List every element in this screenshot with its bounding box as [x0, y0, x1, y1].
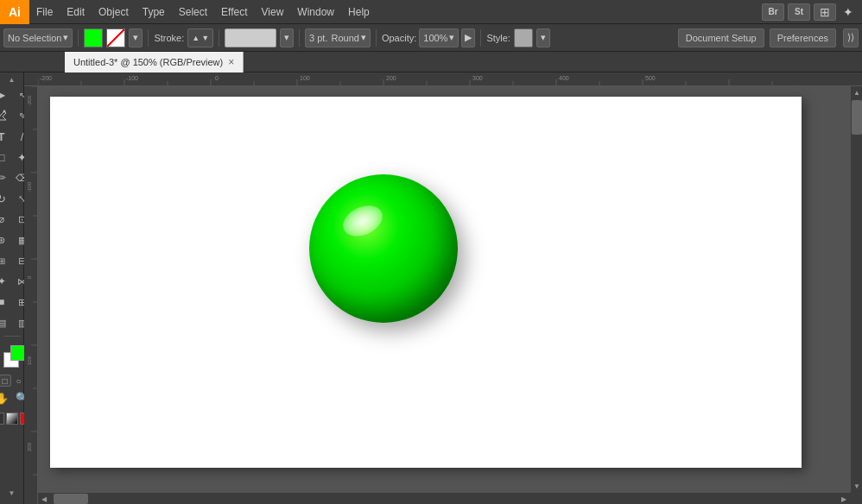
svg-text:200: 200 — [386, 75, 396, 81]
preferences-button[interactable]: Preferences — [770, 28, 836, 47]
scroll-up-btn[interactable]: ▲ — [851, 86, 862, 98]
menu-file[interactable]: File — [29, 3, 60, 22]
green-circle — [309, 174, 458, 323]
svg-text:200: 200 — [27, 442, 32, 451]
style-swatch[interactable] — [514, 28, 533, 47]
svg-text:500: 500 — [645, 75, 656, 81]
divider-2 — [148, 29, 149, 47]
svg-point-0 — [3, 110, 5, 113]
stroke-size-btn[interactable]: 3 pt. Round ▾ — [305, 28, 371, 47]
scrollbar-thumb-h[interactable] — [54, 494, 88, 504]
divider-6 — [480, 29, 481, 47]
bridge-icon[interactable]: Br — [762, 3, 784, 21]
star-icon[interactable]: ✦ — [840, 5, 857, 19]
scrollbar-vertical[interactable]: ▲ ▼ — [850, 86, 862, 492]
stroke-width-control[interactable]: ▲ ▼ — [187, 28, 213, 47]
svg-text:300: 300 — [472, 75, 483, 81]
artboard — [50, 97, 802, 468]
tab-title: Untitled-3* @ 150% (RGB/Preview) — [73, 57, 223, 67]
tab-bar: Untitled-3* @ 150% (RGB/Preview) × — [0, 52, 862, 72]
warp-tool[interactable]: ⌀ — [0, 210, 11, 229]
canvas-area[interactable]: -200 -100 0 100 200 300 400 500 — [24, 72, 862, 504]
divider-4 — [299, 29, 300, 47]
selection-tool[interactable]: ▶ — [0, 85, 11, 104]
chart-tool[interactable]: ▤ — [0, 313, 11, 332]
style-label: Style: — [486, 33, 510, 43]
grid-icon[interactable]: ⊞ — [814, 3, 836, 21]
stock-icon[interactable]: St — [788, 3, 810, 21]
divider-3 — [219, 29, 219, 47]
stroke-color-swatch[interactable] — [106, 28, 125, 47]
artboard-tool[interactable]: ⊞ — [0, 251, 11, 270]
menu-help[interactable]: Help — [341, 3, 377, 22]
svg-text:-200: -200 — [27, 95, 32, 106]
scroll-right-btn[interactable]: ▶ — [838, 493, 850, 504]
menu-app-icons: Br St ⊞ ✦ — [757, 3, 862, 21]
rotate-tool[interactable]: ↻ — [0, 189, 11, 208]
pencil-tool[interactable]: ✏ — [0, 168, 11, 187]
divider-5 — [376, 29, 377, 47]
toolbar-scroll-down[interactable]: ▼ — [9, 489, 16, 501]
opacity-more-btn[interactable]: ▶ — [461, 28, 475, 47]
scrollbar-thumb-v[interactable] — [852, 100, 862, 135]
gradient-swatch[interactable] — [6, 413, 18, 425]
style-arrow[interactable]: ▾ — [536, 28, 550, 47]
selection-chevron: ▾ — [63, 32, 68, 43]
stroke-size-value: 3 pt. — [309, 33, 327, 43]
symbol-tool[interactable]: ⊛ — [0, 230, 11, 249]
opacity-value: 100% — [423, 33, 447, 43]
menu-window[interactable]: Window — [290, 3, 341, 22]
menu-type[interactable]: Type — [136, 3, 172, 22]
opacity-control: Opacity: 100% ▾ ▶ — [382, 28, 476, 47]
normal-mode-btn[interactable]: □ — [0, 375, 11, 387]
svg-text:-100: -100 — [126, 75, 138, 81]
left-toolbar: ▲ ▶ ↖ ✎ T / □ ✦ ✏ ⌫ ↻ ⤡ ⌀ ⊡ — [0, 72, 24, 504]
fill-stroke-arrow[interactable]: ▾ — [129, 28, 143, 47]
document-setup-button[interactable]: Document Setup — [678, 28, 764, 47]
gradient-tool[interactable]: ■ — [0, 293, 11, 312]
stroke-preview-arrow[interactable]: ▾ — [280, 28, 294, 47]
ruler-top: -200 -100 0 100 200 300 400 500 — [24, 72, 862, 86]
scrollbar-horizontal[interactable]: ◀ ▶ — [38, 492, 850, 504]
tab-close-button[interactable]: × — [228, 57, 234, 67]
stroke-down-arrow[interactable]: ▼ — [201, 34, 209, 42]
menu-edit[interactable]: Edit — [60, 3, 92, 22]
svg-text:-200: -200 — [40, 75, 52, 81]
divider-1 — [78, 29, 79, 47]
rectangle-tool[interactable]: □ — [0, 148, 11, 167]
ball-highlight — [338, 199, 387, 242]
stroke-up-arrow[interactable]: ▲ — [192, 34, 200, 42]
pen-tool[interactable] — [0, 106, 11, 125]
fill-color-swatch[interactable] — [84, 28, 103, 47]
stroke-label: Stroke: — [154, 33, 184, 43]
ruler-left: -200 -100 0 100 200 — [24, 86, 38, 504]
main-area: ▲ ▶ ↖ ✎ T / □ ✦ ✏ ⌫ ↻ ⤡ ⌀ ⊡ — [0, 72, 862, 504]
extra-options-btn[interactable]: ⟩⟩ — [843, 28, 859, 47]
svg-text:0: 0 — [27, 275, 32, 279]
svg-text:100: 100 — [300, 75, 310, 81]
document-tab[interactable]: Untitled-3* @ 150% (RGB/Preview) × — [65, 52, 244, 72]
svg-text:100: 100 — [27, 356, 32, 365]
selection-indicator[interactable]: No Selection ▾ — [3, 28, 73, 47]
screen-mode-btn[interactable]: ○ — [13, 375, 25, 387]
toolbar-scroll-up[interactable]: ▲ — [9, 76, 16, 84]
menu-select[interactable]: Select — [172, 3, 214, 22]
no-color-swatch[interactable] — [0, 413, 4, 425]
opacity-value-btn[interactable]: 100% ▾ — [419, 28, 459, 47]
opacity-label: Opacity: — [382, 33, 416, 43]
menu-effect[interactable]: Effect — [214, 3, 254, 22]
menu-object[interactable]: Object — [92, 3, 136, 22]
tool-sep-1 — [3, 336, 21, 337]
hand-tool[interactable]: ✋ — [0, 388, 11, 407]
scroll-left-btn[interactable]: ◀ — [38, 493, 50, 504]
green-ball-object[interactable] — [309, 174, 458, 323]
eyedropper-tool[interactable]: ✦ — [0, 272, 11, 291]
stroke-preview-box — [225, 28, 276, 47]
toolbar: No Selection ▾ ▾ Stroke: ▲ ▼ ▾ 3 pt. Rou… — [0, 24, 862, 52]
svg-text:-100: -100 — [27, 181, 32, 192]
svg-text:0: 0 — [215, 75, 219, 81]
type-tool[interactable]: T — [0, 127, 11, 146]
menu-bar: Ai File Edit Object Type Select Effect V… — [0, 0, 862, 24]
menu-view[interactable]: View — [255, 3, 291, 22]
scroll-down-btn[interactable]: ▼ — [851, 480, 862, 492]
